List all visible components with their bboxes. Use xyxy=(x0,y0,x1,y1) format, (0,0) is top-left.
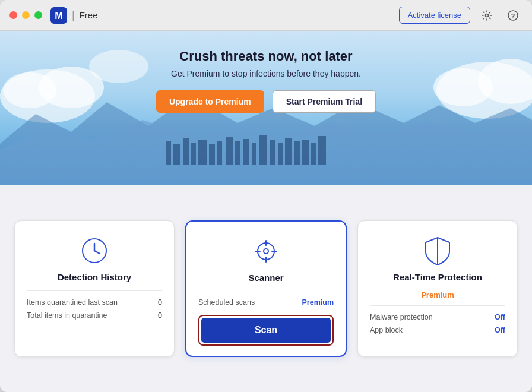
premium-badge: Premium xyxy=(421,290,454,299)
svg-rect-22 xyxy=(235,141,240,165)
hero-title: Crush threats now, not later xyxy=(12,49,520,64)
stat-label-2: Total items in quarantine xyxy=(27,311,107,320)
scan-premium-value: Premium xyxy=(302,298,334,306)
detection-history-card: Detection History Items quarantined last… xyxy=(14,220,175,357)
close-button[interactable] xyxy=(10,11,17,19)
trial-button[interactable]: Start Premium Trial xyxy=(273,90,376,113)
activate-license-button[interactable]: Activate license xyxy=(399,7,470,24)
hero-buttons: Upgrade to Premium Start Premium Trial xyxy=(12,90,520,113)
scan-info-row: Scheduled scans Premium xyxy=(198,298,334,306)
upgrade-button[interactable]: Upgrade to Premium xyxy=(156,90,264,113)
svg-rect-17 xyxy=(191,143,196,165)
svg-rect-16 xyxy=(183,138,189,165)
svg-rect-15 xyxy=(173,144,180,165)
svg-point-37 xyxy=(264,249,268,254)
gear-icon xyxy=(481,10,493,21)
protection-row-1: Malware protection Off xyxy=(370,313,505,321)
card-divider-3 xyxy=(370,305,505,306)
svg-rect-14 xyxy=(166,141,171,165)
app-title: Free xyxy=(80,10,98,20)
svg-rect-31 xyxy=(311,143,316,165)
stat-label-1: Items quarantined last scan xyxy=(27,298,118,306)
scan-button[interactable]: Scan xyxy=(201,318,331,343)
card-divider-1 xyxy=(27,290,162,291)
svg-rect-23 xyxy=(243,139,249,165)
real-time-protection-card: Real-Time Protection Premium Malware pro… xyxy=(357,220,518,357)
scan-button-wrapper: Scan xyxy=(198,315,334,346)
malware-value: Off xyxy=(495,313,505,321)
crosshair-icon xyxy=(251,236,281,267)
appblock-label: App block xyxy=(370,326,403,334)
protection-row-2: App block Off xyxy=(370,326,505,334)
real-time-protection-title: Real-Time Protection xyxy=(393,272,482,282)
scan-label: Scheduled scans xyxy=(198,298,255,306)
svg-rect-20 xyxy=(217,141,222,165)
shield-icon xyxy=(422,235,453,266)
stat-row-2: Total items in quarantine 0 xyxy=(27,311,162,320)
svg-rect-27 xyxy=(278,143,283,165)
scanner-card: Scanner Scheduled scans Premium Scan xyxy=(185,220,347,357)
protection-stats: Malware protection Off App block Off xyxy=(370,313,505,339)
svg-rect-29 xyxy=(294,141,300,165)
settings-button[interactable] xyxy=(477,6,496,25)
appblock-value: Off xyxy=(495,326,505,334)
title-bar: M | Free Activate license ? xyxy=(0,0,532,31)
minimize-button[interactable] xyxy=(22,11,30,19)
stat-row-1: Items quarantined last scan 0 xyxy=(27,298,162,306)
svg-point-2 xyxy=(486,14,489,17)
svg-line-35 xyxy=(94,251,100,254)
title-bar-actions: Activate license ? xyxy=(399,6,522,25)
svg-text:M: M xyxy=(55,11,62,21)
detection-history-title: Detection History xyxy=(58,272,131,282)
svg-marker-13 xyxy=(0,120,532,185)
traffic-lights xyxy=(10,11,42,19)
svg-rect-26 xyxy=(270,140,276,165)
svg-rect-24 xyxy=(252,143,256,165)
title-divider: | xyxy=(72,9,75,21)
clock-icon xyxy=(79,235,110,266)
hero-subtitle: Get Premium to stop infections before th… xyxy=(12,69,520,78)
app-logo-icon: M xyxy=(50,7,67,24)
svg-text:?: ? xyxy=(511,12,515,19)
help-icon: ? xyxy=(507,10,519,21)
app-window: M | Free Activate license ? xyxy=(0,0,532,392)
help-button[interactable]: ? xyxy=(504,6,522,25)
stat-value-2: 0 xyxy=(158,311,162,320)
svg-rect-32 xyxy=(318,136,326,165)
svg-rect-21 xyxy=(226,137,233,165)
hero-banner: Crush threats now, not later Get Premium… xyxy=(0,31,532,185)
cards-section: Detection History Items quarantined last… xyxy=(0,185,532,392)
detection-stats: Items quarantined last scan 0 Total item… xyxy=(27,298,162,324)
malware-label: Malware protection xyxy=(370,313,433,321)
maximize-button[interactable] xyxy=(34,11,42,19)
svg-rect-18 xyxy=(198,140,207,165)
svg-rect-28 xyxy=(285,138,292,165)
svg-rect-25 xyxy=(259,135,267,165)
scanner-title: Scanner xyxy=(248,273,283,283)
stat-value-1: 0 xyxy=(158,298,162,306)
svg-rect-30 xyxy=(302,140,309,165)
svg-rect-19 xyxy=(209,144,215,165)
